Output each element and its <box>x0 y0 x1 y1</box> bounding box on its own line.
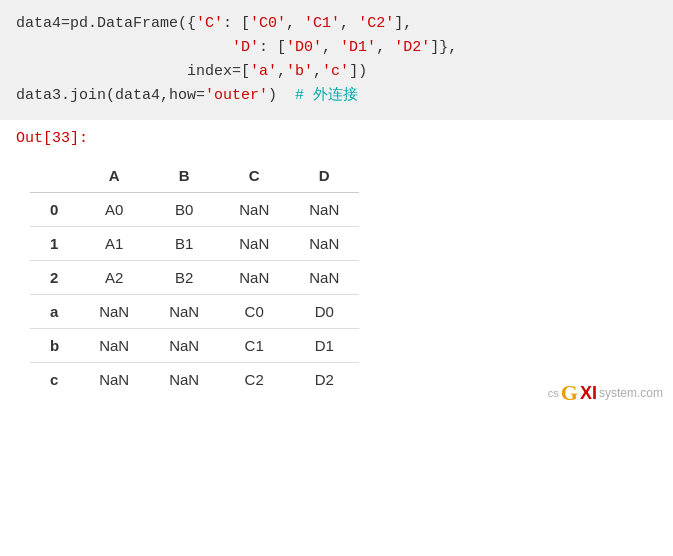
dataframe-container: A B C D 0 A0 B0 NaN NaN 1 A1 B1 <box>0 151 673 416</box>
table-row: b NaN NaN C1 D1 <box>30 329 359 363</box>
table-row: 0 A0 B0 NaN NaN <box>30 193 359 227</box>
row-index: 2 <box>30 261 79 295</box>
cell-D: D0 <box>289 295 359 329</box>
watermark-g-text: G <box>561 380 578 406</box>
code-line-2: 'D': ['D0', 'D1', 'D2']}, <box>16 36 657 60</box>
watermark-xi-text: XI <box>580 383 597 404</box>
cell-A: NaN <box>79 329 149 363</box>
cell-C: NaN <box>219 261 289 295</box>
row-index: b <box>30 329 79 363</box>
cell-A: NaN <box>79 295 149 329</box>
cell-B: B0 <box>149 193 219 227</box>
cell-D: NaN <box>289 227 359 261</box>
code-line-1: data4=pd.DataFrame({'C': ['C0', 'C1', 'C… <box>16 12 657 36</box>
cell-D: D1 <box>289 329 359 363</box>
code-line-4: data3.join(data4,how='outer') # 外连接 <box>16 84 657 108</box>
cell-B: B1 <box>149 227 219 261</box>
row-index: 1 <box>30 227 79 261</box>
code-block: data4=pd.DataFrame({'C': ['C0', 'C1', 'C… <box>0 0 673 120</box>
table-row: a NaN NaN C0 D0 <box>30 295 359 329</box>
watermark-cs-text: cs <box>548 387 559 399</box>
col-header-index <box>30 159 79 193</box>
col-header-A: A <box>79 159 149 193</box>
col-header-C: C <box>219 159 289 193</box>
cell-D: D2 <box>289 363 359 397</box>
cell-B: B2 <box>149 261 219 295</box>
table-row: c NaN NaN C2 D2 <box>30 363 359 397</box>
row-index: 0 <box>30 193 79 227</box>
cell-B: NaN <box>149 295 219 329</box>
code-line-3: index=['a','b','c']) <box>16 60 657 84</box>
cell-A: A1 <box>79 227 149 261</box>
cell-D: NaN <box>289 193 359 227</box>
dataframe-table: A B C D 0 A0 B0 NaN NaN 1 A1 B1 <box>30 159 359 396</box>
cell-C: NaN <box>219 193 289 227</box>
cell-C: C1 <box>219 329 289 363</box>
table-header-row: A B C D <box>30 159 359 193</box>
cell-C: C2 <box>219 363 289 397</box>
table-row: 1 A1 B1 NaN NaN <box>30 227 359 261</box>
cell-A: NaN <box>79 363 149 397</box>
cell-A: A0 <box>79 193 149 227</box>
table-row: 2 A2 B2 NaN NaN <box>30 261 359 295</box>
col-header-B: B <box>149 159 219 193</box>
col-header-D: D <box>289 159 359 193</box>
main-container: data4=pd.DataFrame({'C': ['C0', 'C1', 'C… <box>0 0 673 416</box>
cell-A: A2 <box>79 261 149 295</box>
output-label: Out[33]: <box>0 120 673 151</box>
cell-C: NaN <box>219 227 289 261</box>
row-index: c <box>30 363 79 397</box>
watermark: cs G XI system.com <box>548 380 663 406</box>
row-index: a <box>30 295 79 329</box>
cell-B: NaN <box>149 329 219 363</box>
cell-B: NaN <box>149 363 219 397</box>
cell-D: NaN <box>289 261 359 295</box>
watermark-net-text: system.com <box>599 386 663 400</box>
cell-C: C0 <box>219 295 289 329</box>
